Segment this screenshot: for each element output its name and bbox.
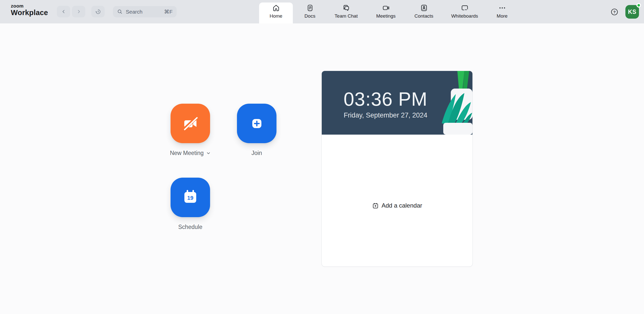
schedule-action: 19 Schedule [171, 178, 210, 230]
app-logo: zoom Workplace [11, 4, 48, 16]
tab-team-chat[interactable]: Team Chat [327, 0, 365, 23]
tab-docs-label: Docs [304, 13, 315, 19]
search-shortcut-hint: ⌘F [164, 9, 173, 15]
top-bar: zoom Workplace [0, 0, 644, 23]
calendar-day-number: 19 [187, 195, 193, 201]
avatar-initials: KS [628, 9, 636, 15]
current-time: 03:36 PM [344, 89, 427, 110]
video-camera-icon [382, 3, 390, 12]
ellipsis-icon [498, 3, 506, 12]
calendar-plus-icon [372, 202, 379, 209]
search-input-container[interactable]: ⌘F [113, 6, 177, 17]
video-camera-off-icon [182, 115, 199, 132]
primary-tab-bar: Home Docs Team Chat [259, 0, 516, 23]
tab-more[interactable]: More [488, 0, 516, 23]
profile-avatar[interactable]: KS [625, 5, 639, 19]
schedule-label: Schedule [178, 224, 203, 230]
schedule-button[interactable]: 19 [171, 178, 210, 217]
tab-home-label: Home [270, 13, 283, 19]
tab-team-chat-label: Team Chat [335, 13, 358, 19]
new-meeting-label: New Meeting [170, 150, 204, 156]
join-label: Join [251, 150, 262, 156]
new-meeting-action: New Meeting [171, 104, 210, 156]
chevron-down-icon[interactable] [206, 151, 211, 155]
tab-meetings-label: Meetings [376, 13, 395, 19]
tab-meetings[interactable]: Meetings [368, 0, 404, 23]
whiteboard-marker-icon [461, 3, 469, 12]
document-icon [306, 3, 314, 12]
chat-bubbles-icon [342, 3, 350, 12]
join-button[interactable] [237, 104, 276, 143]
calendar-ring [192, 190, 194, 194]
add-calendar-label: Add a calendar [382, 202, 422, 209]
question-mark-icon: ? [611, 8, 618, 16]
tab-home[interactable]: Home [259, 0, 293, 23]
history-clock-icon [95, 8, 101, 15]
forward-button[interactable] [72, 6, 85, 17]
history-button[interactable] [91, 6, 105, 17]
home-icon [272, 3, 280, 12]
add-calendar-button[interactable]: Add a calendar [322, 202, 472, 209]
search-input[interactable] [125, 9, 164, 15]
join-action: Join [237, 104, 276, 156]
zoom-workplace-window: zoom Workplace [0, 0, 644, 314]
quick-actions: New Meeting Join [171, 104, 276, 230]
logo-workplace-text: Workplace [11, 9, 48, 16]
tab-more-label: More [497, 13, 507, 19]
tab-contacts[interactable]: Contacts [407, 0, 441, 23]
new-meeting-label-row[interactable]: New Meeting [170, 150, 211, 156]
presence-status-dot [636, 3, 641, 8]
tab-whiteboards-label: Whiteboards [451, 13, 478, 19]
tab-whiteboards[interactable]: Whiteboards [444, 0, 485, 23]
back-button[interactable] [57, 6, 70, 17]
history-nav-controls [57, 6, 105, 17]
person-card-icon [420, 3, 428, 12]
chevron-left-icon [61, 9, 66, 14]
current-date: Friday, September 27, 2024 [344, 111, 427, 119]
new-meeting-button[interactable] [171, 104, 210, 143]
chevron-right-icon [76, 9, 81, 14]
calendar-card: 03:36 PM Friday, September 27, 2024 Add … [321, 71, 473, 267]
tab-docs[interactable]: Docs [296, 0, 324, 23]
calendar-card-header: 03:36 PM Friday, September 27, 2024 [322, 71, 472, 135]
svg-text:?: ? [613, 10, 615, 14]
clock-block: 03:36 PM Friday, September 27, 2024 [322, 71, 472, 135]
search-icon [117, 9, 123, 15]
logo-zoom-text: zoom [11, 4, 48, 8]
calendar-icon: 19 [184, 192, 196, 203]
tab-contacts-label: Contacts [415, 13, 433, 19]
help-button[interactable]: ? [610, 7, 619, 16]
plus-icon [248, 115, 265, 132]
calendar-ring [187, 190, 188, 194]
